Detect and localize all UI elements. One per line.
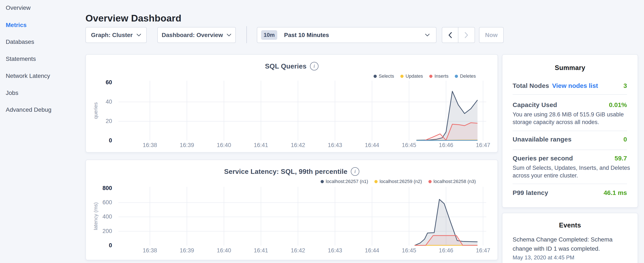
y-axis-unit-label: latency (ms) [93, 195, 99, 237]
y-axis-tick-label: 0 [84, 242, 112, 249]
chart-legend: localhost:26257 (n1)localhost:26259 (n2)… [320, 179, 476, 184]
sidebar-item-network-latency[interactable]: Network Latency [6, 72, 50, 80]
step-back-button[interactable] [442, 28, 458, 43]
sidebar-item-jobs[interactable]: Jobs [6, 89, 18, 97]
x-axis-tick-label: 16:46 [431, 247, 461, 254]
x-axis-tick-label: 16:41 [246, 247, 276, 254]
summary-title: Summary [502, 64, 638, 72]
divider [512, 94, 627, 95]
chevron-right-icon [464, 32, 468, 38]
info-icon[interactable]: i [351, 167, 359, 176]
event-timestamp: May 13, 2020 at 4:45 PM [512, 254, 574, 261]
x-axis-tick-label: 16:45 [394, 247, 424, 254]
x-axis-tick-label: 16:46 [431, 142, 461, 149]
graph-dropdown-label: Graph: Cluster [91, 32, 133, 39]
x-axis-tick-label: 16:41 [246, 142, 276, 149]
now-button[interactable]: Now [479, 27, 504, 43]
x-axis-tick-label: 16:47 [468, 142, 498, 149]
x-axis-tick-label: 16:42 [283, 247, 313, 254]
legend-item[interactable]: localhost:26259 (n2) [374, 179, 422, 184]
dashboard-dropdown-label: Dashboard: Overview [162, 32, 223, 39]
y-axis-unit-label: queries [93, 89, 99, 132]
step-forward-button[interactable] [458, 28, 474, 43]
summary-row-value: 3 [624, 82, 627, 89]
page-title: Overview Dashboard [86, 13, 181, 24]
info-icon[interactable]: i [310, 62, 318, 70]
sidebar-item-statements[interactable]: Statements [6, 55, 36, 63]
service-latency-chart-panel: Service Latency: SQL, 99th percentile i … [86, 160, 498, 260]
plot-area [118, 187, 486, 246]
graph-dropdown[interactable]: Graph: Cluster [86, 27, 147, 43]
summary-row-label: P99 latency [512, 189, 548, 196]
summary-row-p99-latency: P99 latency 46.1 ms [512, 189, 627, 196]
sidebar-item-metrics[interactable]: Metrics [6, 21, 26, 29]
legend-dot-icon [400, 75, 404, 78]
summary-panel: Summary Total Nodes View nodes list 3 Ca… [502, 54, 638, 208]
summary-row-unavailable-ranges: Unavailable ranges 0 [512, 136, 627, 143]
toolbar-divider [246, 26, 247, 43]
summary-row-subtext: You are using 28.6 MiB of 515.9 GiB usab… [512, 111, 633, 126]
chevron-down-icon [136, 34, 141, 36]
divider [512, 150, 627, 150]
chart-title: Service Latency: SQL, 99th percentile [224, 168, 348, 176]
x-axis-tick-label: 16:43 [320, 142, 350, 149]
events-panel: Events Schema Change Completed: Schema c… [502, 213, 638, 263]
time-window-badge: 10m [261, 30, 277, 40]
legend-dot-icon [428, 180, 432, 183]
sidebar-item-advanced-debug[interactable]: Advanced Debug [6, 106, 52, 114]
summary-row-value: 46.1 ms [604, 189, 627, 196]
summary-row-value: 0.01% [609, 101, 627, 109]
event-message[interactable]: Schema Change Completed: Schema change w… [512, 235, 632, 253]
y-axis-tick-label: 0 [84, 137, 112, 144]
summary-row-subtext: Sum of Selects, Updates, Inserts, and De… [512, 164, 633, 179]
chart-title-row: SQL Queries i [86, 62, 498, 70]
y-axis-tick-label: 800 [84, 185, 112, 191]
x-axis-tick-label: 16:47 [468, 247, 498, 254]
time-step-buttons [442, 27, 475, 43]
app-screen: Overview Metrics Databases Statements Ne… [0, 0, 644, 263]
now-button-label: Now [485, 32, 498, 39]
plot-area [118, 81, 486, 141]
x-axis-tick-label: 16:38 [135, 247, 165, 254]
legend-item[interactable]: Updates [400, 73, 423, 79]
x-axis-tick-label: 16:40 [209, 247, 239, 254]
summary-row-label: Capacity Used [512, 101, 557, 109]
x-axis-tick-label: 16:43 [320, 247, 350, 254]
x-axis-tick-label: 16:39 [172, 142, 202, 149]
x-axis-tick-label: 16:42 [283, 142, 313, 149]
x-axis-tick-label: 16:38 [135, 142, 165, 149]
x-axis-tick-label: 16:40 [209, 142, 239, 149]
sidebar-item-databases[interactable]: Databases [6, 38, 34, 46]
chart-title-row: Service Latency: SQL, 99th percentile i [86, 167, 498, 176]
legend-dot-icon [320, 180, 324, 183]
chevron-left-icon [448, 32, 452, 38]
legend-dot-icon [374, 75, 377, 78]
summary-row-queries-per-second: Queries per second 59.7 [512, 155, 627, 162]
sidebar-item-overview[interactable]: Overview [6, 4, 30, 12]
legend-item[interactable]: Deletes [455, 73, 476, 79]
x-axis-tick-label: 16:44 [357, 247, 387, 254]
legend-item[interactable]: localhost:26257 (n1) [320, 179, 368, 184]
x-axis-tick-label: 16:44 [357, 142, 387, 149]
time-window-selector[interactable]: 10m Past 10 Minutes [257, 27, 436, 43]
view-nodes-list-link[interactable]: View nodes list [552, 82, 598, 89]
summary-row-value: 59.7 [615, 155, 627, 162]
chart-title: SQL Queries [265, 62, 306, 70]
summary-row-label: Unavailable ranges [512, 136, 572, 143]
legend-item[interactable]: Selects [374, 73, 394, 79]
y-axis-tick-label: 60 [84, 79, 112, 86]
x-axis-tick-label: 16:39 [172, 247, 202, 254]
chevron-down-icon [425, 34, 430, 36]
legend-dot-icon [455, 75, 458, 78]
legend-item[interactable]: localhost:26258 (n3) [428, 179, 476, 184]
summary-row-label: Total Nodes [512, 82, 549, 89]
x-axis-tick-label: 16:45 [394, 142, 424, 149]
legend-dot-icon [374, 180, 378, 183]
summary-row-total-nodes: Total Nodes View nodes list 3 [512, 82, 627, 89]
legend-item[interactable]: Inserts [429, 73, 448, 79]
dashboard-dropdown[interactable]: Dashboard: Overview [157, 27, 236, 43]
summary-row-label: Queries per second [512, 155, 573, 162]
chart-legend: SelectsUpdatesInsertsDeletes [374, 73, 476, 79]
legend-dot-icon [429, 75, 432, 78]
summary-row-value: 0 [624, 136, 627, 143]
